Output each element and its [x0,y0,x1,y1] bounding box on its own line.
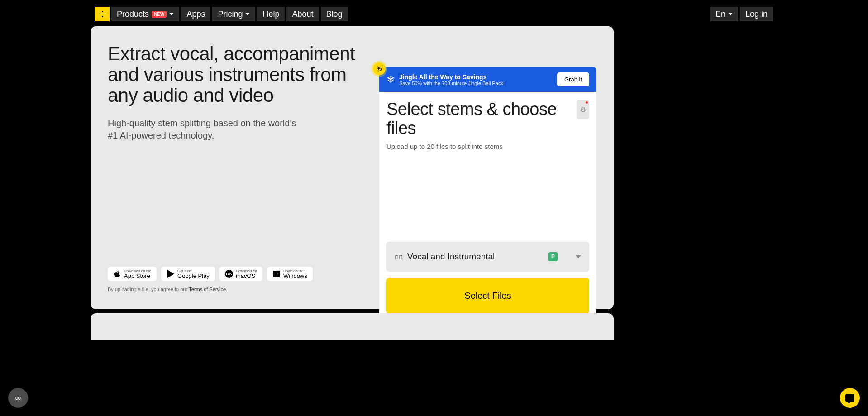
nav-products[interactable]: Products NEW [111,7,179,21]
promo-banner: % ❄ Jingle All the Way to Savings Save 5… [379,67,596,92]
nav-help[interactable]: Help [257,7,285,21]
chevron-down-icon [728,13,733,15]
new-badge: NEW [152,11,167,18]
logo[interactable] [95,7,110,21]
nav-products-label: Products [117,10,149,19]
tos-prefix: By uploading a file, you agree to our [108,287,189,292]
download-appstore[interactable]: Download on the App Store [108,267,157,281]
promo-subtitle: Save 50% with the 700-minute Jingle Bell… [399,81,553,86]
tos-link[interactable]: Terms of Service. [189,287,227,292]
nav-language[interactable]: En [710,7,738,21]
play-big: Google Play [177,273,210,279]
play-icon [167,270,175,278]
widget-button[interactable]: ∞ [8,388,28,408]
main-card: Extract vocal, accompaniment and various… [91,26,614,309]
waveform-icon: ⎍⎍ [395,253,403,261]
promo-badge: % [373,62,386,75]
chat-icon [845,394,854,402]
widget-icon: ∞ [15,393,21,403]
appstore-big: App Store [124,273,151,279]
stem-select[interactable]: ⎍⎍ Vocal and Instrumental P [386,242,589,272]
nav-pricing[interactable]: Pricing [212,7,255,21]
settings-button[interactable]: ⚙ [577,100,589,119]
select-files-button[interactable]: Select Files [386,278,589,314]
nav-about[interactable]: About [286,7,319,21]
download-googleplay[interactable]: Get it on Google Play [161,267,215,281]
upload-caption: Upload up to 20 files to split into stem… [386,143,589,150]
chat-button[interactable] [840,388,860,408]
macos-icon: OS [225,270,233,278]
gear-icon: ⚙ [580,105,586,114]
hero-subtitle: High-quality stem splitting based on the… [108,117,298,142]
second-card [91,313,614,340]
grab-button[interactable]: Grab it [557,72,589,86]
nav-apps[interactable]: Apps [181,7,210,21]
download-windows[interactable]: Download for Windows [267,267,313,281]
upload-title: Select stems & choose files [386,100,577,138]
nav-pricing-label: Pricing [218,10,243,19]
windows-icon [272,270,281,278]
chevron-down-icon [245,13,250,15]
nav-login[interactable]: Log in [740,7,773,21]
nav-blog[interactable]: Blog [321,7,348,21]
download-macos[interactable]: OS Download for macOS [219,267,262,281]
apple-icon [113,270,121,278]
promo-title: Jingle All the Way to Savings [399,73,553,81]
upload-panel: % ❄ Jingle All the Way to Savings Save 5… [379,67,596,320]
nav-language-label: En [715,10,725,19]
preset-badge: P [548,252,558,261]
windows-big: Windows [283,273,307,279]
hero-title: Extract vocal, accompaniment and various… [108,43,357,106]
stem-label: Vocal and Instrumental [407,252,544,262]
tos-text: By uploading a file, you agree to our Te… [108,287,227,292]
chevron-down-icon [169,13,174,15]
macos-big: macOS [236,273,257,279]
chevron-down-icon [576,255,581,258]
snowflake-icon: ❄ [386,74,395,86]
